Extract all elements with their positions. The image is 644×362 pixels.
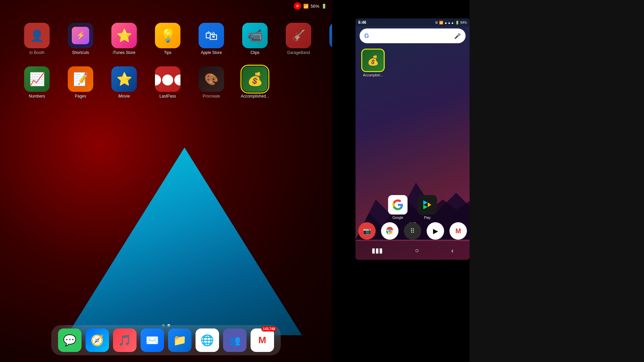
battery-percent: 56%	[311, 4, 319, 9]
wifi-icon: 📶	[303, 4, 309, 9]
google-logo: G	[364, 33, 369, 40]
android-time: 6:46	[358, 20, 366, 25]
dock-mail[interactable]: ✉️	[141, 328, 164, 352]
android-dock-gmail[interactable]: M	[449, 222, 467, 240]
app-apple-store[interactable]: 🛍 Apple Store	[195, 20, 228, 64]
android-dock-chrome[interactable]	[381, 222, 398, 240]
app-imovie[interactable]: ⭐ iMovie	[107, 64, 141, 107]
app-tips[interactable]: 💡 Tips	[151, 20, 184, 64]
accomplished-label: Accomplish...	[363, 73, 383, 77]
google-search-bar[interactable]: G 🎤	[360, 28, 466, 43]
app-procreate[interactable]: 🎨 Procreate	[195, 64, 228, 107]
android-dock-apps[interactable]: ⠿	[404, 222, 421, 240]
wifi-icon: 📶	[439, 21, 443, 24]
android-app-google[interactable]: Google	[388, 195, 408, 220]
gmail-badge: 143,748	[261, 326, 277, 331]
app-grid: 👤 to Booth ⚡ Shortcuts ⭐ iTunes Store 💡 …	[0, 17, 332, 154]
svg-point-8	[389, 230, 391, 232]
right-filler	[470, 0, 644, 362]
signal-icon: ▲▲▲	[444, 21, 454, 24]
android-dock-camera[interactable]: 📷	[358, 222, 376, 240]
android-accomplished-app[interactable]: 💰 Accomplish...	[360, 49, 386, 77]
app-numbers[interactable]: 📈 Numbers	[20, 64, 54, 107]
app-keynote[interactable]: 📊 Keynote	[325, 20, 332, 64]
dock-teams[interactable]: 👥	[223, 328, 247, 352]
dock-music[interactable]: 🎵	[113, 328, 137, 352]
app-shortcuts[interactable]: ⚡ Shortcuts	[64, 20, 97, 64]
app-accomplished[interactable]: 💰 Accomplished...	[238, 64, 272, 107]
svg-marker-4	[428, 202, 431, 207]
ipad-screen: 📶 56% 🔋 👤 to Booth ⚡ Shortcuts ⭐ iTunes …	[0, 0, 332, 362]
app-pages[interactable]: 📝 Pages	[64, 64, 97, 107]
play-label: Play	[424, 216, 430, 220]
dock-safari[interactable]: 🧭	[86, 328, 109, 352]
recording-indicator	[294, 2, 301, 10]
android-status-icons: ⚙ 📶 ▲▲▲ 🔋 94%	[435, 21, 467, 24]
dock-gmail[interactable]: M 143,748	[251, 328, 274, 352]
android-navbar: ▮▮▮ ○ ‹	[356, 241, 470, 260]
android-app-play[interactable]: Play	[418, 195, 437, 220]
battery-icon: 🔋	[455, 21, 459, 24]
dock-messages[interactable]: 💬	[58, 328, 82, 352]
dock-files[interactable]: 📁	[168, 328, 192, 352]
app-itunes-store[interactable]: ⭐ iTunes Store	[107, 20, 141, 64]
nav-back-button[interactable]: ‹	[448, 244, 456, 257]
android-dock: 📷 ⠿ ▶ M	[356, 222, 470, 240]
android-bottom-apps: Google	[356, 195, 470, 220]
notification-icon: ⚙	[435, 21, 438, 24]
android-screen: 6:46 ⚙ 📶 ▲▲▲ 🔋 94% G 🎤 💰 Accomplish...	[356, 18, 470, 260]
google-label: Google	[392, 216, 403, 220]
nav-recent-button[interactable]: ▮▮▮	[369, 244, 385, 257]
android-dock-playstore[interactable]: ▶	[427, 222, 444, 240]
microphone-icon[interactable]: 🎤	[454, 33, 461, 39]
app-garageband[interactable]: 🎸 GarageBand	[282, 20, 315, 64]
nav-home-button[interactable]: ○	[412, 244, 422, 257]
ipad-dock: 💬 🧭 🎵 ✉️ 📁 🌐 👥 M 143,748	[51, 325, 281, 355]
android-status-bar: 6:46 ⚙ 📶 ▲▲▲ 🔋 94%	[356, 18, 470, 26]
accomplished-icon[interactable]: 💰	[361, 49, 385, 72]
battery-percent: 94%	[460, 21, 467, 24]
svg-marker-2	[423, 200, 428, 205]
battery-icon: 🔋	[321, 4, 327, 9]
dock-chrome[interactable]: 🌐	[196, 328, 219, 352]
app-lastpass[interactable]: ⬤⬤⬤ LastPass	[151, 64, 184, 107]
svg-marker-3	[423, 205, 428, 209]
app-photo-booth[interactable]: 👤 to Booth	[20, 20, 54, 64]
app-clips[interactable]: 📹 Clips	[238, 20, 272, 64]
ipad-status-bar: 📶 56% 🔋	[0, 0, 332, 12]
